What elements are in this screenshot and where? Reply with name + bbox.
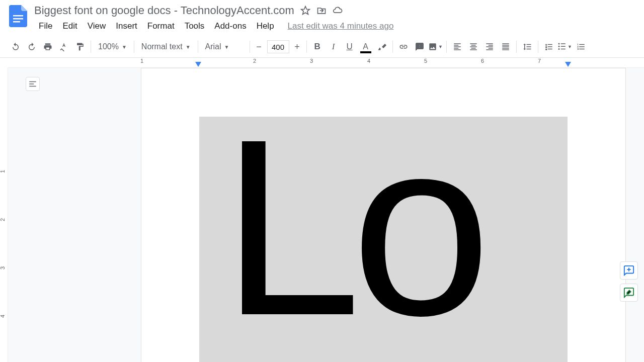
svg-rect-0 (13, 15, 23, 17)
align-right-button[interactable] (482, 39, 497, 54)
menubar: File Edit View Insert Format Tools Add-o… (34, 19, 636, 33)
link-button[interactable] (396, 39, 411, 54)
svg-rect-1 (13, 18, 23, 20)
left-indent-marker[interactable] (195, 62, 201, 67)
header: Biggest font on google docs - Technology… (0, 0, 644, 33)
menu-file[interactable]: File (34, 19, 57, 33)
line-spacing-button[interactable] (520, 39, 535, 54)
document-text[interactable]: Lo (221, 117, 481, 353)
menu-help[interactable]: Help (252, 19, 279, 33)
separator (392, 41, 393, 53)
separator (446, 41, 447, 53)
separator (306, 41, 307, 53)
print-button[interactable] (40, 39, 55, 54)
image-button[interactable]: ▼ (428, 39, 443, 54)
zoom-select[interactable]: 100%▼ (94, 40, 131, 53)
bold-button[interactable]: B (310, 39, 325, 54)
ruler-container: 1 2 3 4 5 6 7 (0, 58, 644, 68)
separator (538, 41, 538, 53)
chevron-down-icon: ▼ (122, 44, 127, 50)
undo-button[interactable] (8, 39, 23, 54)
separator (250, 41, 250, 53)
align-center-button[interactable] (466, 39, 481, 54)
document-title[interactable]: Biggest font on google docs - Technology… (34, 4, 294, 17)
outline-button[interactable] (26, 77, 40, 91)
font-select[interactable]: Arial▼ (201, 40, 247, 53)
comment-button[interactable] (412, 39, 427, 54)
move-icon[interactable] (316, 6, 327, 16)
menu-view[interactable]: View (83, 19, 111, 33)
style-select[interactable]: Normal text▼ (137, 40, 195, 53)
font-size-input[interactable] (267, 40, 289, 53)
bulleted-list-button[interactable]: ▼ (557, 39, 573, 54)
redo-button[interactable] (24, 39, 39, 54)
menu-addons[interactable]: Add-ons (210, 19, 251, 33)
cloud-icon[interactable] (333, 6, 343, 16)
chevron-down-icon: ▼ (224, 44, 229, 50)
svg-rect-2 (13, 21, 20, 23)
last-edit-text[interactable]: Last edit was 4 minutes ago (288, 21, 394, 31)
align-left-button[interactable] (450, 39, 465, 54)
star-icon[interactable] (300, 6, 310, 16)
menu-tools[interactable]: Tools (180, 19, 209, 33)
checklist-button[interactable] (541, 39, 556, 54)
text-color-button[interactable]: A (358, 39, 373, 54)
text-selection: Lo (199, 117, 568, 362)
menu-insert[interactable]: Insert (111, 19, 142, 33)
paint-format-button[interactable] (72, 39, 88, 54)
numbered-list-button[interactable] (574, 39, 589, 54)
toolbar: 100%▼ Normal text▼ Arial▼ − + B I U A ▼ … (0, 36, 644, 58)
document-page[interactable]: Lo (141, 68, 626, 362)
italic-button[interactable]: I (326, 39, 341, 54)
suggest-edit-side-button[interactable] (620, 284, 638, 302)
add-comment-side-button[interactable] (620, 261, 638, 280)
increase-font-button[interactable]: + (291, 41, 303, 53)
separator (516, 41, 517, 53)
document-area: 1 2 3 4 Lo (0, 68, 644, 362)
underline-button[interactable]: U (342, 39, 357, 54)
docs-logo-icon[interactable] (8, 4, 28, 28)
align-justify-button[interactable] (498, 39, 513, 54)
right-indent-marker[interactable] (565, 62, 571, 67)
spellcheck-button[interactable] (56, 39, 71, 54)
vertical-ruler[interactable]: 1 2 3 4 (0, 68, 8, 362)
menu-edit[interactable]: Edit (58, 19, 82, 33)
side-buttons (620, 261, 638, 302)
separator (134, 41, 134, 53)
menu-format[interactable]: Format (143, 19, 179, 33)
highlight-button[interactable] (374, 39, 389, 54)
horizontal-ruler[interactable]: 1 2 3 4 5 6 7 (8, 58, 644, 68)
decrease-font-button[interactable]: − (253, 41, 265, 53)
chevron-down-icon: ▼ (186, 44, 191, 50)
separator (198, 41, 198, 53)
separator (91, 41, 91, 53)
